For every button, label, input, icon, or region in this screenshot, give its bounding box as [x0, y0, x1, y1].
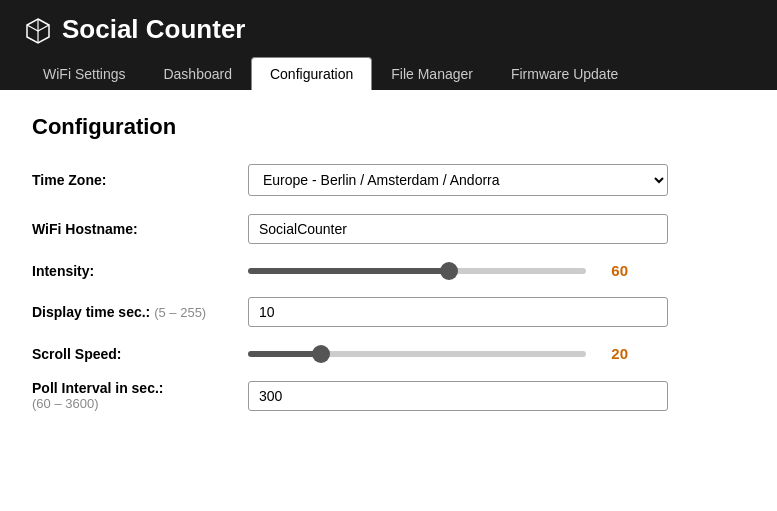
app-title: Social Counter: [24, 14, 753, 45]
display-time-control: [248, 297, 668, 327]
intensity-slider[interactable]: [248, 268, 586, 274]
nav-configuration[interactable]: Configuration: [251, 57, 372, 90]
nav-bar: WiFi Settings Dashboard Configuration Fi…: [24, 57, 753, 90]
scroll-speed-label: Scroll Speed:: [32, 346, 232, 362]
timezone-row: Time Zone: Europe - Berlin / Amsterdam /…: [32, 164, 745, 196]
timezone-select[interactable]: Europe - Berlin / Amsterdam / Andorra Eu…: [248, 164, 668, 196]
display-time-hint: (5 – 255): [154, 305, 206, 320]
poll-interval-hint: (60 – 3600): [32, 396, 232, 411]
cube-icon: [24, 16, 52, 44]
nav-file-manager[interactable]: File Manager: [372, 57, 492, 90]
hostname-row: WiFi Hostname:: [32, 214, 745, 244]
hostname-input[interactable]: [248, 214, 668, 244]
intensity-row: Intensity: 60: [32, 262, 745, 279]
app-name: Social Counter: [62, 14, 245, 45]
poll-interval-input[interactable]: [248, 381, 668, 411]
poll-interval-label-wrap: Poll Interval in sec.: (60 – 3600): [32, 380, 232, 411]
intensity-slider-wrap: 60: [248, 262, 628, 279]
scroll-speed-slider-wrap: 20: [248, 345, 628, 362]
nav-wifi-settings[interactable]: WiFi Settings: [24, 57, 144, 90]
main-content: Configuration Time Zone: Europe - Berlin…: [0, 90, 777, 453]
page-title: Configuration: [32, 114, 745, 140]
poll-interval-label: Poll Interval in sec.:: [32, 380, 232, 396]
nav-firmware-update[interactable]: Firmware Update: [492, 57, 637, 90]
scroll-speed-row: Scroll Speed: 20: [32, 345, 745, 362]
display-time-label: Display time sec.: (5 – 255): [32, 304, 232, 320]
poll-interval-control: [248, 381, 668, 411]
nav-dashboard[interactable]: Dashboard: [144, 57, 251, 90]
display-time-row: Display time sec.: (5 – 255): [32, 297, 745, 327]
header: Social Counter WiFi Settings Dashboard C…: [0, 0, 777, 90]
timezone-control: Europe - Berlin / Amsterdam / Andorra Eu…: [248, 164, 668, 196]
intensity-label: Intensity:: [32, 263, 232, 279]
display-time-input[interactable]: [248, 297, 668, 327]
hostname-label: WiFi Hostname:: [32, 221, 232, 237]
hostname-control: [248, 214, 668, 244]
scroll-speed-value: 20: [598, 345, 628, 362]
scroll-speed-slider[interactable]: [248, 351, 586, 357]
timezone-label: Time Zone:: [32, 172, 232, 188]
intensity-value: 60: [598, 262, 628, 279]
poll-interval-row: Poll Interval in sec.: (60 – 3600): [32, 380, 745, 411]
